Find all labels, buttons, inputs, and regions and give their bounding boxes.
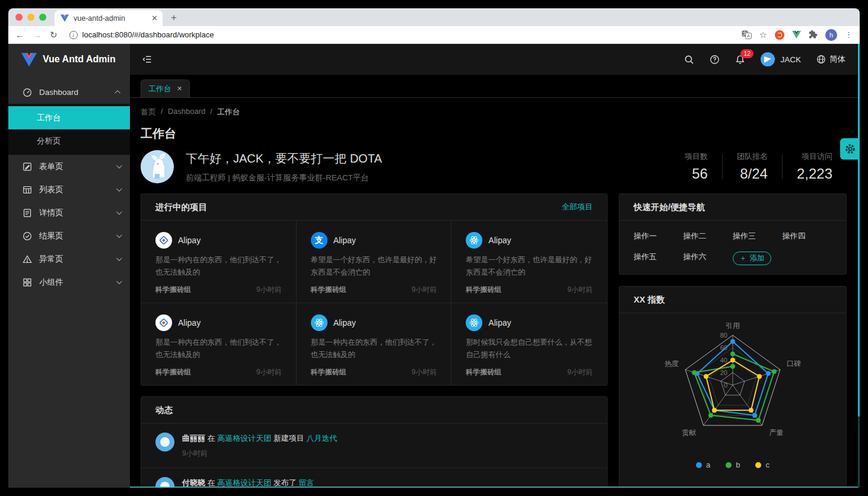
globe-icon — [816, 55, 826, 64]
chevron-down-icon — [116, 255, 122, 261]
browser-urlbar: ← → ↻ i localhost:8080/#/dashboard/workp… — [8, 26, 860, 44]
activity-link[interactable]: 高逼格设计天团 — [217, 478, 271, 487]
translate-icon[interactable]: 文 A — [742, 30, 752, 39]
add-button[interactable]: ＋添加 — [733, 252, 771, 265]
project-card-item[interactable]: Alipay希望是一个好东西，也许是最好的，好东西是不会消亡的科学搬砖组9小时前 — [452, 221, 607, 303]
browser-menu-icon[interactable]: ⋮ — [845, 30, 853, 39]
zoom-window-button[interactable] — [39, 14, 46, 21]
legend-item-c[interactable]: c — [755, 460, 770, 469]
project-card-item[interactable]: Alipay那是一种内在的东西，他们到达不了，也无法触及的科学搬砖组9小时前 — [141, 303, 297, 385]
project-name[interactable]: Alipay — [333, 318, 356, 328]
extension-orange-icon[interactable] — [775, 30, 784, 40]
sidebar-item-Dashboard[interactable]: Dashboard — [8, 81, 130, 104]
all-projects-link[interactable]: 全部项目 — [562, 202, 593, 212]
reload-icon[interactable]: ↻ — [50, 30, 58, 39]
chevron-down-icon — [116, 232, 122, 238]
project-group-link[interactable]: 科学搬砖组 — [466, 367, 501, 377]
brand-title: Vue Antd Admin — [43, 54, 116, 65]
language-switcher[interactable]: 简体 — [816, 54, 845, 65]
radar-chart: 引用口碑产量贡献热度020406080 — [619, 322, 846, 457]
quicknav-link-操作一[interactable]: 操作一 — [634, 231, 683, 241]
traffic-lights[interactable] — [8, 14, 55, 26]
stat-projects: 项目数 56 — [670, 151, 722, 182]
search-icon[interactable] — [684, 55, 694, 65]
legend-dot — [726, 462, 732, 468]
gear-icon — [844, 143, 856, 155]
address-bar[interactable]: i localhost:8080/#/dashboard/workplace — [66, 30, 733, 39]
bell-icon[interactable]: 12 — [735, 55, 745, 65]
sidebar-subitem-分析页[interactable]: 分析页 — [8, 129, 130, 152]
minimize-window-button[interactable] — [27, 14, 34, 21]
antd-icon — [155, 314, 172, 331]
url-text[interactable]: localhost:8080/#/dashboard/workplace — [82, 30, 214, 39]
project-card-item[interactable]: Alipay那是一种内在的东西，他们到达不了，也无法触及的科学搬砖组9小时前 — [141, 221, 297, 303]
activity-link[interactable]: 留言 — [298, 478, 314, 487]
activity-plain: 发布了 — [271, 478, 298, 487]
legend-item-b[interactable]: b — [726, 460, 740, 469]
project-card-item[interactable]: Alipay那时候我只会想自己想要什么，从不想自己拥有什么科学搬砖组9小时前 — [452, 303, 607, 385]
sidebar-item-表单页[interactable]: 表单页 — [8, 155, 130, 178]
breadcrumb-home[interactable]: 首页 — [141, 107, 156, 117]
svg-text:热度: 热度 — [664, 360, 679, 368]
vue-favicon-icon — [61, 14, 69, 22]
user-deer-avatar — [141, 150, 174, 183]
extension-vue-icon[interactable] — [792, 31, 801, 39]
stat-team-rank: 团队排名 8/24 — [723, 151, 782, 182]
page-info-icon[interactable]: i — [69, 31, 78, 39]
project-name[interactable]: Alipay — [178, 236, 201, 245]
sidebar-subitem-工作台[interactable]: 工作台 — [8, 106, 130, 129]
project-group-link[interactable]: 科学搬砖组 — [466, 285, 501, 295]
page-tab-workplace[interactable]: 工作台 ✕ — [141, 80, 190, 97]
settings-gear-button[interactable] — [840, 138, 860, 160]
activity-text: 曲丽丽 在 高逼格设计天团 新建项目 八月迭代 — [182, 433, 337, 444]
bookmark-star-icon[interactable]: ☆ — [759, 30, 767, 39]
page-tab-close-icon[interactable]: ✕ — [177, 85, 182, 93]
projects-card-title: 进行中的项目 — [155, 202, 562, 213]
close-window-button[interactable] — [15, 14, 23, 21]
tab-close-icon[interactable]: ✕ — [151, 14, 158, 23]
svg-text:产量: 产量 — [769, 428, 783, 437]
browser-tab[interactable]: vue-antd-admin ✕ — [55, 10, 163, 26]
project-group-link[interactable]: 科学搬砖组 — [155, 285, 191, 295]
project-group-link[interactable]: 科学搬砖组 — [311, 285, 346, 295]
new-tab-button[interactable]: + — [163, 12, 177, 26]
activity-link[interactable]: 高逼格设计天团 — [217, 434, 271, 443]
project-card-item[interactable]: 支Alipay希望是一个好东西，也许是最好的，好东西是不会消亡的科学搬砖组9小时… — [297, 221, 452, 303]
drawer-edge-line — [130, 487, 860, 488]
menu-fold-icon[interactable] — [142, 55, 152, 64]
browser-profile-avatar[interactable]: h — [825, 29, 837, 41]
project-name[interactable]: Alipay — [333, 236, 356, 245]
breadcrumb-dashboard[interactable]: Dashboard — [168, 107, 206, 117]
project-name[interactable]: Alipay — [488, 236, 511, 245]
quicknav-link-操作五[interactable]: 操作五 — [634, 252, 683, 265]
forward-icon[interactable]: → — [33, 30, 42, 39]
project-footer: 科学搬砖组9小时前 — [311, 367, 437, 377]
sidebar-item-详情页[interactable]: 详情页 — [8, 201, 130, 224]
activity-link[interactable]: 八月迭代 — [306, 434, 337, 443]
question-circle-icon[interactable] — [710, 55, 720, 65]
sidebar-item-小组件[interactable]: 小组件 — [8, 271, 130, 294]
project-name[interactable]: Alipay — [178, 318, 201, 328]
project-description: 那是一种内在的东西，他们到达不了，也无法触及的 — [155, 336, 282, 361]
sidebar-item-结果页[interactable]: 结果页 — [8, 224, 130, 247]
project-updated-time: 9小时前 — [412, 367, 437, 377]
extensions-puzzle-icon[interactable] — [809, 30, 818, 39]
project-name[interactable]: Alipay — [488, 318, 511, 328]
project-group-link[interactable]: 科学搬砖组 — [155, 367, 191, 377]
quicknav-link-操作二[interactable]: 操作二 — [683, 231, 733, 241]
sidebar-item-异常页[interactable]: 异常页 — [8, 247, 130, 271]
legend-item-a[interactable]: a — [696, 460, 710, 469]
brand-area[interactable]: Vue Antd Admin — [8, 44, 130, 75]
user-menu[interactable]: JACK — [761, 52, 801, 66]
project-group-link[interactable]: 科学搬砖组 — [311, 367, 346, 377]
stat-visits: 项目访问 2,223 — [783, 151, 847, 182]
quicknav-link-操作四[interactable]: 操作四 — [783, 231, 832, 241]
quicknav-link-操作三[interactable]: 操作三 — [733, 231, 783, 241]
sidebar-item-列表页[interactable]: 列表页 — [8, 178, 130, 201]
quicknav-link-操作六[interactable]: 操作六 — [683, 252, 733, 265]
back-icon[interactable]: ← — [15, 30, 24, 39]
quicknav-card-title: 快速开始/便捷导航 — [634, 202, 832, 213]
svg-text:80: 80 — [720, 332, 727, 339]
legend-label: a — [706, 460, 710, 469]
project-card-item[interactable]: Alipay那是一种内在的东西，他们到达不了，也无法触及的科学搬砖组9小时前 — [297, 303, 452, 385]
